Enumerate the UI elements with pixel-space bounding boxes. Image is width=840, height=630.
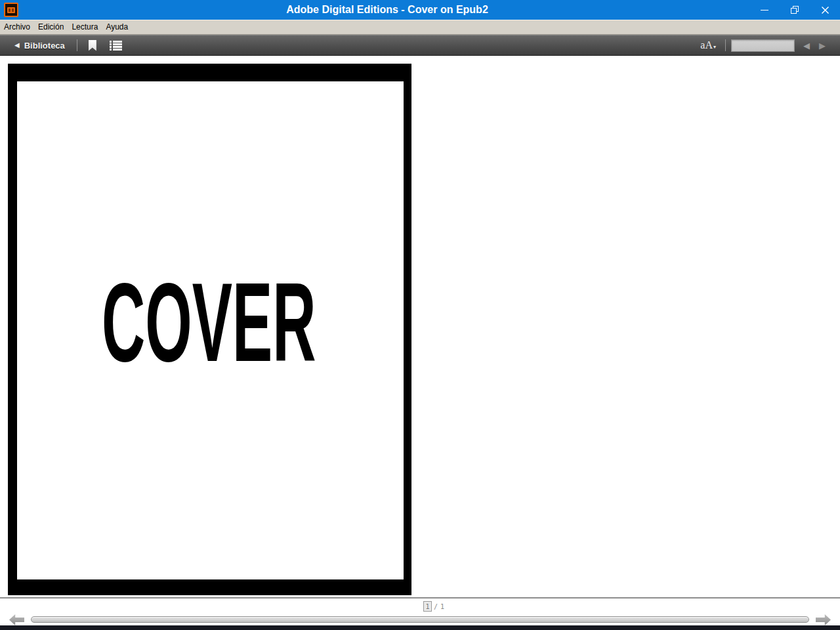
page-forward-arrow-button[interactable] (816, 614, 831, 625)
restore-icon (791, 6, 799, 14)
chevron-down-icon: ▾ (713, 45, 716, 50)
cover-title-text: COVER (102, 266, 316, 378)
restore-button[interactable] (780, 0, 810, 20)
bottom-edge-strip (0, 625, 840, 630)
page-indicator: / 1 (423, 601, 444, 612)
menu-archivo[interactable]: Archivo (0, 20, 34, 34)
logo-page-left (9, 9, 10, 12)
library-back-label: Biblioteca (24, 41, 65, 51)
bookmark-icon[interactable] (89, 40, 96, 51)
minimize-icon (761, 10, 768, 10)
cover-inner-page: COVER (17, 81, 404, 579)
reading-area: COVER (0, 56, 840, 597)
cover-text-row: COVER (17, 266, 404, 378)
close-icon (821, 6, 830, 14)
font-size-button[interactable]: aA ▾ (700, 40, 716, 51)
logo-book-glyph (7, 7, 15, 13)
total-pages-label: 1 (440, 603, 444, 610)
ade-window: Adobe Digital Editions - Cover on Epub2 … (0, 0, 840, 630)
minimize-button[interactable] (749, 0, 780, 20)
page-scrollbar[interactable] (31, 616, 809, 623)
page-back-arrow-button[interactable] (9, 614, 24, 625)
menubar: Archivo Edición Lectura Ayuda (0, 20, 840, 35)
toc-row (110, 46, 122, 48)
toolbar-right-group: aA ▾ ◀ ▶ (700, 39, 826, 52)
back-arrow-icon: ◀ (14, 42, 20, 49)
toc-row (110, 41, 122, 43)
menu-lectura[interactable]: Lectura (68, 20, 102, 34)
library-back-button[interactable]: ◀ Biblioteca (14, 41, 65, 51)
logo-page-right (12, 9, 14, 12)
bottom-navigation-bar: / 1 (0, 597, 840, 630)
prev-page-icon[interactable]: ◀ (803, 41, 810, 50)
titlebar: Adobe Digital Editions - Cover on Epub2 (0, 0, 840, 20)
window-title: Adobe Digital Editions - Cover on Epub2 (39, 0, 735, 20)
toc-row (110, 49, 122, 51)
menu-edicion[interactable]: Edición (34, 20, 68, 34)
table-of-contents-icon[interactable] (110, 41, 122, 51)
next-page-icon[interactable]: ▶ (819, 41, 826, 50)
current-page-input[interactable] (423, 601, 432, 612)
toc-row (110, 43, 122, 45)
window-controls (749, 0, 840, 20)
book-cover-image: COVER (8, 64, 411, 595)
reading-progress-bar[interactable] (731, 39, 795, 52)
toolbar: ◀ Biblioteca aA ▾ ◀ ▶ (0, 35, 840, 56)
close-button[interactable] (810, 0, 840, 20)
toolbar-separator (77, 39, 77, 51)
app-logo-icon (4, 3, 18, 17)
menu-ayuda[interactable]: Ayuda (102, 20, 132, 34)
toolbar-separator (725, 39, 726, 51)
page-separator: / (434, 603, 438, 610)
font-size-icon: aA (700, 40, 713, 51)
